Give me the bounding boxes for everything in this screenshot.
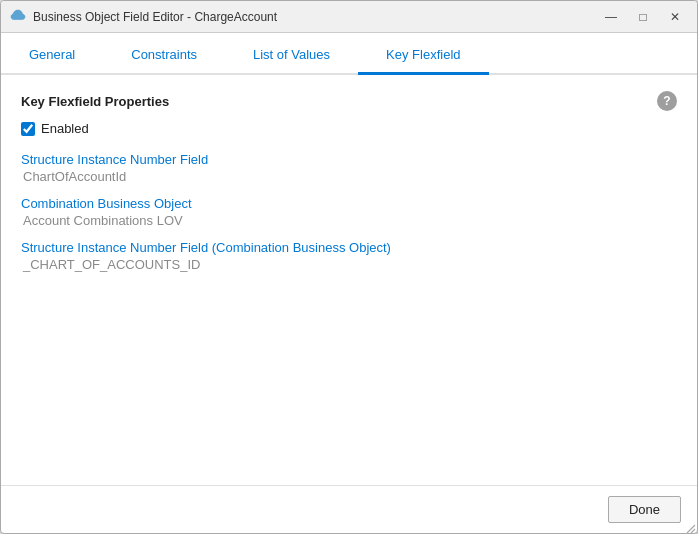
field-label-2[interactable]: Combination Business Object (21, 196, 677, 211)
minimize-button[interactable]: — (597, 7, 625, 27)
window-title: Business Object Field Editor - ChargeAcc… (33, 10, 597, 24)
field-label-1[interactable]: Structure Instance Number Field (21, 152, 677, 167)
enabled-checkbox[interactable] (21, 122, 35, 136)
title-bar-controls: — □ ✕ (597, 7, 689, 27)
tab-bar: General Constraints List of Values Key F… (1, 33, 697, 75)
tab-key-flexfield[interactable]: Key Flexfield (358, 37, 488, 75)
close-button[interactable]: ✕ (661, 7, 689, 27)
section-title: Key Flexfield Properties (21, 94, 169, 109)
field-group-2: Combination Business Object Account Comb… (21, 196, 677, 228)
field-group-3: Structure Instance Number Field (Combina… (21, 240, 677, 272)
title-bar: Business Object Field Editor - ChargeAcc… (1, 1, 697, 33)
resize-handle[interactable] (685, 521, 697, 533)
main-window: Business Object Field Editor - ChargeAcc… (0, 0, 698, 534)
field-label-3[interactable]: Structure Instance Number Field (Combina… (21, 240, 677, 255)
footer: Done (1, 485, 697, 533)
tab-constraints[interactable]: Constraints (103, 37, 225, 75)
enabled-label: Enabled (41, 121, 89, 136)
enabled-row: Enabled (21, 121, 677, 136)
field-value-3: _CHART_OF_ACCOUNTS_ID (21, 257, 677, 272)
field-group-1: Structure Instance Number Field ChartOfA… (21, 152, 677, 184)
done-button[interactable]: Done (608, 496, 681, 523)
window-icon (9, 8, 27, 26)
tab-general[interactable]: General (1, 37, 103, 75)
field-value-2: Account Combinations LOV (21, 213, 677, 228)
maximize-button[interactable]: □ (629, 7, 657, 27)
tab-list-of-values[interactable]: List of Values (225, 37, 358, 75)
section-header: Key Flexfield Properties ? (21, 91, 677, 111)
help-icon[interactable]: ? (657, 91, 677, 111)
content-area: Key Flexfield Properties ? Enabled Struc… (1, 75, 697, 485)
field-value-1: ChartOfAccountId (21, 169, 677, 184)
